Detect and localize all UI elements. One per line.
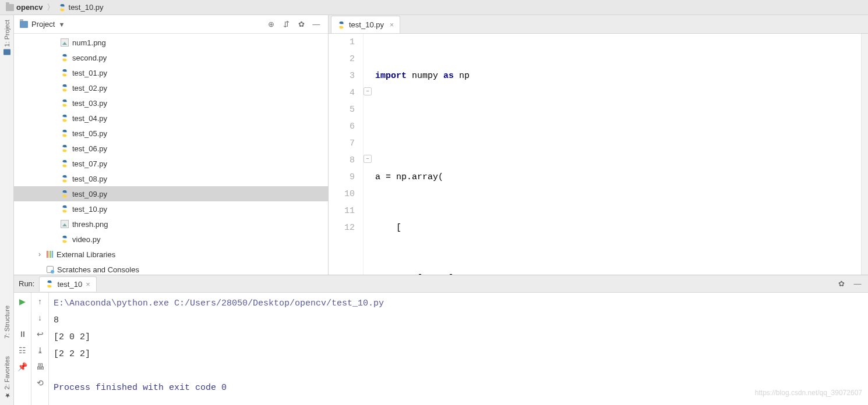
soft-wrap-icon[interactable]: ↩ bbox=[35, 329, 45, 339]
star-icon: ★ bbox=[3, 392, 10, 399]
stop-icon[interactable] bbox=[17, 312, 28, 323]
tree-item-label: video.py bbox=[72, 235, 100, 244]
project-icon bbox=[20, 21, 28, 28]
close-icon[interactable]: × bbox=[86, 280, 90, 289]
code-line: [ bbox=[375, 219, 861, 236]
fold-marker-close-icon[interactable]: – bbox=[364, 155, 372, 163]
tree-item-label: thresh.png bbox=[72, 220, 108, 229]
project-tree[interactable]: num1.pngsecond.pytest_01.pytest_02.pytes… bbox=[14, 34, 328, 275]
pin-icon[interactable]: 📌 bbox=[17, 361, 28, 372]
tree-item-label: test_07.py bbox=[72, 159, 107, 168]
breadcrumb-file[interactable]: test_10.py bbox=[58, 3, 104, 12]
tree-item-label: test_02.py bbox=[72, 84, 107, 93]
tree-item[interactable]: test_10.py bbox=[14, 201, 328, 216]
code-lines[interactable]: import numpy as np a = np.array( [ [1,2,… bbox=[373, 34, 861, 275]
error-stripe[interactable] bbox=[861, 34, 868, 275]
breadcrumb: opencv 〉 test_10.py bbox=[0, 0, 868, 15]
editor-tab[interactable]: test_10.py × bbox=[331, 16, 400, 33]
run-label: Run: bbox=[19, 279, 34, 288]
tree-item[interactable]: test_06.py bbox=[14, 141, 328, 156]
left-tool-gutter: 1: Project bbox=[0, 15, 14, 275]
hide-icon[interactable]: — bbox=[852, 278, 863, 290]
python-file-icon bbox=[61, 84, 69, 92]
hide-icon[interactable]: — bbox=[310, 19, 322, 30]
fold-marker-open-icon[interactable]: – bbox=[364, 87, 372, 95]
scratches-icon bbox=[47, 266, 54, 273]
run-toolbar-primary: ▶ ⏸ ☷ 📌 bbox=[14, 293, 31, 405]
pause-icon[interactable]: ⏸ bbox=[17, 329, 28, 339]
down-icon[interactable]: ↓ bbox=[35, 312, 45, 323]
locate-icon[interactable]: ⊕ bbox=[265, 19, 277, 30]
python-file-icon bbox=[61, 159, 69, 168]
run-body: ▶ ⏸ ☷ 📌 ↑ ↓ ↩ ⤓ 🖶 ⟲ E:\Anaconda\python.e… bbox=[14, 293, 868, 405]
folder-icon bbox=[6, 4, 14, 11]
tree-item[interactable]: video.py bbox=[14, 232, 328, 247]
run-tab-label: test_10 bbox=[57, 280, 82, 289]
tree-item[interactable]: test_07.py bbox=[14, 156, 328, 171]
tree-item-scratches[interactable]: Scratches and Consoles bbox=[14, 262, 328, 275]
tree-item-label: num1.png bbox=[72, 38, 106, 47]
tree-item-label: test_03.py bbox=[72, 99, 107, 108]
editor-tabs: test_10.py × bbox=[329, 15, 868, 34]
project-panel-title-label: Project bbox=[31, 20, 55, 29]
fold-gutter: – – bbox=[364, 34, 373, 275]
editor: test_10.py × 123456789101112 – – import … bbox=[329, 15, 868, 275]
python-file-icon bbox=[61, 175, 69, 183]
project-panel-title[interactable]: Project ▼ bbox=[20, 20, 65, 29]
console-line: 8 bbox=[54, 312, 863, 329]
tree-item[interactable]: second.py bbox=[14, 50, 328, 65]
clear-icon[interactable]: ⟲ bbox=[35, 378, 45, 388]
python-file-icon bbox=[61, 205, 69, 213]
project-panel-header: Project ▼ ⊕ ⇵ ✿ — bbox=[14, 15, 328, 34]
tree-item[interactable]: test_08.py bbox=[14, 171, 328, 186]
settings-icon[interactable]: ✿ bbox=[295, 19, 307, 30]
sidebar-tab-favorites[interactable]: ★2: Favorites bbox=[3, 356, 10, 399]
library-icon bbox=[47, 251, 53, 258]
close-icon[interactable]: × bbox=[390, 21, 394, 29]
code-area[interactable]: 123456789101112 – – import numpy as np a… bbox=[329, 34, 868, 275]
tree-item[interactable]: test_09.py bbox=[14, 186, 328, 201]
image-file-icon bbox=[61, 38, 69, 47]
tree-item-label: Scratches and Consoles bbox=[57, 265, 139, 274]
rerun-icon[interactable]: ▶ bbox=[17, 296, 28, 307]
left-tool-gutter-bottom: 7: Structure ★2: Favorites bbox=[0, 275, 14, 405]
tree-item[interactable]: thresh.png bbox=[14, 216, 328, 232]
run-config-tab[interactable]: test_10 × bbox=[39, 276, 96, 292]
run-toolbar-secondary: ↑ ↓ ↩ ⤓ 🖶 ⟲ bbox=[31, 293, 49, 405]
sidebar-tab-project[interactable]: 1: Project bbox=[3, 20, 10, 55]
up-icon[interactable]: ↑ bbox=[35, 296, 45, 307]
tree-item-label: test_01.py bbox=[72, 69, 107, 77]
tree-item[interactable]: test_02.py bbox=[14, 80, 328, 95]
console-exit-message: Process finished with exit code 0 bbox=[54, 379, 863, 396]
code-line: [1,2,3], bbox=[375, 270, 861, 275]
sidebar-tab-structure[interactable]: 7: Structure bbox=[3, 305, 10, 339]
tree-item-label: test_04.py bbox=[72, 114, 107, 123]
print-icon[interactable]: 🖶 bbox=[35, 361, 45, 372]
tree-item[interactable]: test_03.py bbox=[14, 95, 328, 111]
tree-item-external-libraries[interactable]: ›External Libraries bbox=[14, 247, 328, 262]
chevron-right-icon: › bbox=[36, 250, 43, 258]
tree-item[interactable]: test_05.py bbox=[14, 126, 328, 141]
tree-item[interactable]: num1.png bbox=[14, 35, 328, 50]
tree-item[interactable]: test_04.py bbox=[14, 111, 328, 126]
tree-item[interactable]: test_01.py bbox=[14, 65, 328, 80]
breadcrumb-root[interactable]: opencv bbox=[6, 3, 43, 12]
tree-item-label: test_05.py bbox=[72, 129, 107, 138]
sidebar-tab-structure-label: 7: Structure bbox=[3, 305, 10, 339]
line-number-gutter: 123456789101112 bbox=[329, 34, 364, 275]
chevron-right-icon: 〉 bbox=[47, 2, 55, 13]
scroll-to-end-icon[interactable]: ⤓ bbox=[35, 345, 45, 356]
layout-icon[interactable]: ☷ bbox=[17, 345, 28, 356]
python-file-icon bbox=[61, 54, 69, 62]
tree-item-label: test_08.py bbox=[72, 175, 107, 183]
project-tool-window: Project ▼ ⊕ ⇵ ✿ — num1.pngsecond.pytest_… bbox=[14, 15, 329, 275]
settings-icon[interactable]: ✿ bbox=[835, 278, 847, 290]
breadcrumb-root-label: opencv bbox=[16, 3, 43, 12]
run-tool-window: Run: test_10 × ✿ — ▶ ⏸ ☷ 📌 bbox=[14, 275, 868, 405]
python-file-icon bbox=[337, 21, 345, 29]
python-file-icon bbox=[61, 190, 69, 198]
collapse-all-icon[interactable]: ⇵ bbox=[280, 19, 292, 30]
console-output[interactable]: E:\Anaconda\python.exe C:/Users/28050/De… bbox=[49, 293, 868, 405]
tree-item-label: External Libraries bbox=[57, 250, 115, 259]
watermark: https://blog.csdn.net/qq_39072607 bbox=[755, 385, 862, 402]
